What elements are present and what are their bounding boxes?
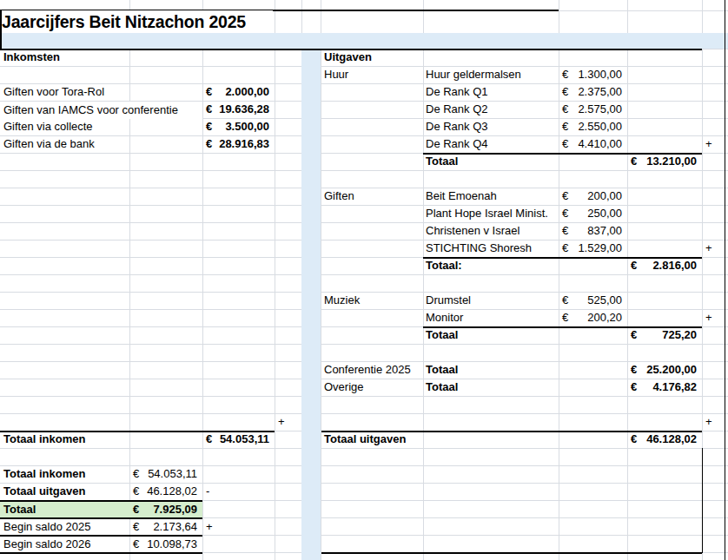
sheet-title[interactable]: Jaarcijfers Beit Nitzachon 2025	[2, 10, 273, 33]
expense-category-huur[interactable]: Huur	[324, 66, 348, 83]
expense-item-amount[interactable]: €1.300,00	[559, 66, 627, 83]
expense-item-label[interactable]: Monitor	[426, 309, 463, 326]
bottom-right-border	[321, 552, 702, 554]
expense-item-label[interactable]: De Rank Q2	[426, 101, 488, 118]
amount-value: 2.550,00	[578, 118, 622, 135]
amount-value: 2.173,64	[153, 518, 197, 536]
amount-value: 250,00	[587, 205, 622, 222]
expense-item-label[interactable]: STICHTING Shoresh	[426, 240, 532, 257]
blue-band-horizontal	[0, 33, 728, 49]
huur-total-label[interactable]: Totaal	[426, 153, 458, 170]
amount-value: 7.925,09	[153, 501, 197, 518]
euro-symbol: €	[206, 431, 212, 448]
expenses-total-amount[interactable]: €46.128,02	[627, 431, 702, 448]
gridline-col-e	[321, 0, 321, 560]
expense-item-amount[interactable]: €2.550,00	[559, 118, 627, 135]
income-amount-1[interactable]: €19.636,28	[202, 101, 275, 118]
euro-symbol: €	[562, 309, 568, 326]
euro-symbol: €	[631, 361, 637, 379]
muziek-plus-sign[interactable]: +	[702, 309, 723, 326]
euro-symbol: €	[562, 222, 568, 240]
income-header[interactable]: Inkomsten	[3, 49, 60, 66]
euro-symbol: €	[133, 518, 139, 536]
expenses-total-label[interactable]: Totaal uitgaven	[324, 431, 406, 448]
summary-amount-2[interactable]: €7.925,09	[129, 501, 202, 518]
summary-label-1[interactable]: Totaal uitgaven	[3, 483, 85, 500]
euro-symbol: €	[133, 501, 139, 518]
amount-value: 725,20	[662, 326, 697, 344]
summary-plus-sign[interactable]: +	[202, 518, 223, 536]
expenses-plus-sign[interactable]: +	[702, 413, 723, 431]
summary-minus-sign[interactable]: -	[202, 483, 223, 500]
amount-value: 2.575,00	[578, 101, 622, 118]
huur-plus-sign[interactable]: +	[702, 135, 723, 153]
income-plus-sign[interactable]: +	[275, 413, 295, 431]
amount-value: 4.410,00	[578, 135, 622, 153]
muziek-total-amount[interactable]: €725,20	[627, 326, 702, 344]
summary-label-4[interactable]: Begin saldo 2026	[3, 536, 90, 553]
expense-category-conferentie[interactable]: Conferentie 2025	[324, 361, 411, 379]
expense-item-label[interactable]: Plant Hope Israel Minist.	[426, 205, 548, 222]
expense-category-giften[interactable]: Giften	[324, 188, 354, 205]
expense-item-amount[interactable]: €200,20	[559, 309, 627, 326]
summary-amount-0[interactable]: €54.053,11	[129, 465, 202, 483]
overige-total-label[interactable]: Totaal	[426, 379, 458, 396]
summary-amount-3[interactable]: €2.173,64	[129, 518, 202, 536]
expense-item-amount[interactable]: €525,00	[559, 292, 627, 309]
summary-amount-4[interactable]: €10.098,73	[129, 536, 202, 553]
expense-category-muziek[interactable]: Muziek	[324, 292, 360, 309]
euro-symbol: €	[206, 101, 212, 118]
summary-label-3[interactable]: Begin saldo 2025	[3, 518, 90, 536]
expense-item-amount[interactable]: €250,00	[559, 205, 627, 222]
income-amount-2[interactable]: €3.500,00	[202, 118, 275, 135]
income-label-1[interactable]: Giften van IAMCS voor conferentie	[0, 102, 202, 119]
expense-item-label[interactable]: Drumstel	[426, 292, 471, 309]
amount-value: 28.916,83	[219, 135, 269, 153]
expense-item-label[interactable]: Beit Emoenah	[426, 188, 497, 205]
summary-label-0[interactable]: Totaal inkomen	[3, 465, 85, 483]
euro-symbol: €	[562, 292, 568, 309]
huur-total-amount[interactable]: €13.210,00	[627, 153, 702, 170]
amount-value: 837,00	[587, 222, 622, 240]
euro-symbol: €	[206, 83, 212, 101]
amount-value: 1.300,00	[578, 66, 622, 83]
expense-item-label[interactable]: De Rank Q1	[426, 83, 488, 101]
giften-plus-sign[interactable]: +	[702, 240, 723, 257]
expense-item-label[interactable]: De Rank Q3	[426, 118, 488, 135]
income-label-2[interactable]: Giften via collecte	[3, 118, 93, 135]
expense-item-label[interactable]: De Rank Q4	[426, 135, 488, 153]
expense-item-amount[interactable]: €4.410,00	[559, 135, 627, 153]
income-total-amount[interactable]: €54.053,11	[202, 431, 275, 448]
expense-item-amount[interactable]: €200,00	[559, 188, 627, 205]
income-label-0[interactable]: Giften voor Tora-Rol	[3, 83, 104, 101]
income-label-3[interactable]: Giften via de bank	[3, 135, 95, 153]
expense-item-amount[interactable]: €837,00	[559, 222, 627, 240]
amount-value: 19.636,28	[219, 101, 269, 118]
conferentie-total-label[interactable]: Totaal	[426, 361, 458, 379]
conferentie-total-amount[interactable]: €25.200,00	[627, 361, 702, 379]
expense-item-label[interactable]: Huur geldermalsen	[426, 66, 521, 83]
euro-symbol: €	[631, 153, 637, 170]
summary-amount-1[interactable]: €46.128,02	[129, 483, 202, 500]
muziek-total-label[interactable]: Totaal	[426, 326, 458, 344]
expense-item-amount[interactable]: €1.529,00	[559, 240, 627, 257]
income-total-label[interactable]: Totaal inkomen	[3, 431, 85, 448]
expense-item-label[interactable]: Christenen v Israel	[426, 222, 520, 240]
giften-total-amount[interactable]: €2.816,00	[627, 257, 702, 274]
amount-value: 2.375,00	[578, 83, 622, 101]
amount-value: 25.200,00	[646, 361, 697, 379]
amount-value: 54.053,11	[220, 431, 269, 448]
amount-value: 54.053,11	[148, 465, 197, 483]
expense-item-amount[interactable]: €2.575,00	[559, 101, 627, 118]
expenses-header[interactable]: Uitgaven	[324, 49, 372, 66]
gridline-col-f	[423, 0, 424, 560]
expense-category-overige[interactable]: Overige	[324, 379, 364, 396]
euro-symbol: €	[631, 379, 637, 396]
expense-item-amount[interactable]: €2.375,00	[559, 83, 627, 101]
right-edge-border	[725, 0, 726, 560]
giften-total-label[interactable]: Totaal:	[426, 257, 462, 274]
summary-label-2[interactable]: Totaal	[3, 501, 36, 518]
income-amount-3[interactable]: €28.916,83	[202, 135, 275, 153]
income-amount-0[interactable]: €2.000,00	[202, 83, 275, 101]
overige-total-amount[interactable]: €4.176,82	[627, 379, 702, 396]
